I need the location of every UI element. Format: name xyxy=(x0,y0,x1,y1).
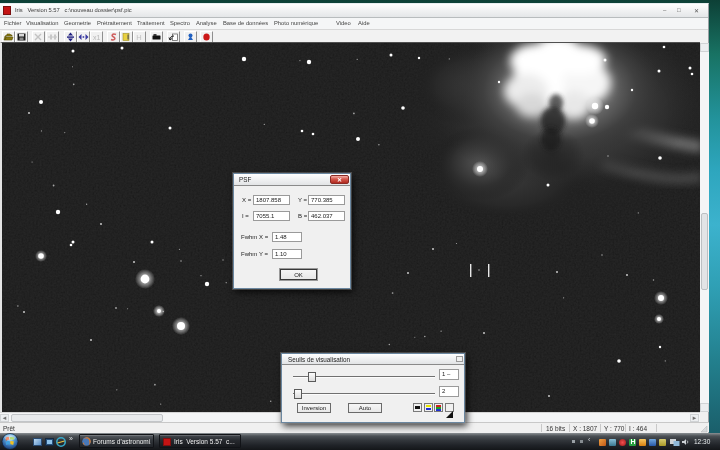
svg-text:x1: x1 xyxy=(93,34,101,41)
svg-text:H: H xyxy=(136,33,141,42)
